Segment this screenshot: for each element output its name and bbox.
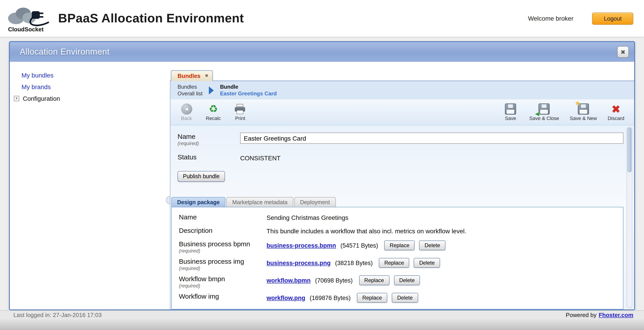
discard-button[interactable]: ✖ Discard [608, 103, 624, 121]
required-note: (required) [179, 265, 266, 271]
save-label: Save [505, 115, 516, 121]
sidebar: My bundles My brands + Configuration [10, 62, 170, 309]
app-title: BPaaS Allocation Environment [58, 11, 244, 26]
publish-bundle-button[interactable]: Publish bundle [178, 171, 225, 182]
breadcrumb-arrow-icon [209, 86, 214, 94]
breadcrumb-bundles[interactable]: Bundles Overall list [178, 84, 202, 97]
file-size: (70698 Bytes) [315, 277, 353, 284]
delete-button[interactable]: Delete [392, 293, 418, 303]
file-link[interactable]: business-process.bpmn [266, 242, 336, 249]
toolbar: ◄ Back ♻ Recalc Print [170, 99, 634, 125]
name-required-note: (required) [178, 141, 240, 146]
save-floppy-icon [505, 103, 516, 115]
file-link[interactable]: business-process.png [266, 259, 331, 266]
save-new-label: Save & New [570, 115, 597, 121]
row-label: Name [179, 213, 266, 221]
print-button[interactable]: Print [232, 103, 248, 121]
row-label: Business process bpmn [179, 240, 266, 248]
panel-titlebar: Allocation Environment ✖ [10, 42, 634, 62]
breadcrumb-current-subtitle: Easter Greetings Card [220, 90, 276, 97]
breadcrumb-current: Bundle Easter Greetings Card [220, 84, 276, 97]
sidebar-item-my-bundles[interactable]: My bundles [22, 72, 170, 79]
tab-marketplace-metadata[interactable]: Marketplace metadata [226, 197, 293, 207]
sidebar-collapse-handle[interactable] [166, 196, 170, 204]
back-button[interactable]: ◄ Back [178, 103, 194, 121]
replace-button[interactable]: Replace [384, 240, 415, 250]
app-footer: Last logged in: 27-Jan-2016 17:03 Powere… [0, 310, 644, 319]
design-row-name: Name Sending Christmas Greetings [179, 213, 616, 221]
save-new-button[interactable]: ★ Save & New [570, 103, 597, 121]
recalc-label: Recalc [206, 115, 221, 121]
sidebar-item-my-brands[interactable]: My brands [22, 83, 170, 90]
replace-button[interactable]: Replace [357, 293, 387, 303]
delete-button[interactable]: Delete [394, 275, 420, 285]
logout-button[interactable]: Logout [592, 12, 633, 24]
welcome-text: Welcome broker [528, 15, 573, 22]
print-icon [234, 103, 246, 115]
design-row-workflow-bpmn: Workflow bmpn (required) workflow.bpmn (… [179, 275, 616, 288]
application-window: CloudSocket BPaaS Allocation Environment… [0, 0, 644, 330]
back-icon: ◄ [181, 103, 192, 115]
design-row-business-process-bpmn: Business process bpmn (required) busines… [179, 240, 616, 253]
panel-close-button[interactable]: ✖ [617, 46, 629, 58]
scrollbar-thumb[interactable] [628, 128, 632, 173]
design-row-workflow-img: Workflow img workflow.png (169876 Bytes)… [179, 292, 616, 303]
recalc-button[interactable]: ♻ Recalc [205, 103, 222, 121]
bundle-form: Name (required) Status CONSISTEN [170, 125, 624, 182]
sidebar-item-configuration[interactable]: + Configuration [14, 95, 170, 102]
discard-label: Discard [608, 115, 624, 121]
name-row: Name (required) [178, 132, 624, 146]
row-value: This bundle includes a workflow that als… [266, 227, 466, 235]
vertical-scrollbar[interactable] [626, 127, 632, 308]
tab-bundles-label: Bundles [178, 73, 200, 79]
replace-button[interactable]: Replace [359, 275, 389, 285]
delete-button[interactable]: Delete [419, 240, 446, 250]
close-icon: ✖ [620, 49, 626, 55]
fhoster-link[interactable]: Fhoster.com [598, 312, 633, 318]
powered-by-text: Powered by [566, 312, 596, 318]
app-header: CloudSocket BPaaS Allocation Environment… [0, 0, 644, 37]
back-label: Back [181, 115, 192, 121]
design-row-description: Description This bundle includes a workf… [179, 227, 616, 235]
replace-button[interactable]: Replace [379, 258, 410, 268]
bottom-band [0, 319, 644, 330]
file-size: (38218 Bytes) [335, 259, 373, 266]
powered-by: Powered by Fhoster.com [566, 312, 633, 318]
bundle-name-input[interactable] [240, 132, 624, 144]
page-area: Allocation Environment ✖ My bundles My b… [0, 37, 644, 310]
save-close-label: Save & Close [529, 115, 559, 121]
discard-x-icon: ✖ [612, 103, 620, 115]
tab-close-icon[interactable]: ✖ [205, 74, 208, 78]
row-label: Workflow bmpn [179, 275, 266, 282]
status-value: CONSISTENT [240, 153, 280, 162]
required-note: (required) [179, 283, 266, 288]
content-lower: Bundles Overall list Bundle Easter Greet… [170, 81, 634, 309]
expand-plus-icon[interactable]: + [14, 96, 19, 101]
tab-design-package[interactable]: Design package [171, 197, 226, 207]
print-label: Print [235, 115, 245, 121]
save-close-button[interactable]: ◀ Save & Close [529, 103, 559, 121]
save-new-star-icon: ★ [575, 99, 580, 107]
save-button[interactable]: Save [502, 103, 518, 121]
last-login-text: Last logged in: 27-Jan-2016 17:03 [14, 312, 102, 318]
bundle-form-region: Name (required) Status CONSISTEN [170, 125, 634, 309]
status-row: Status CONSISTENT [178, 153, 624, 162]
tab-deployment[interactable]: Deployment [294, 197, 336, 207]
row-label: Description [179, 227, 266, 234]
row-value: Sending Christmas Greetings [266, 214, 348, 221]
tab-bundles[interactable]: Bundles ✖ [171, 70, 213, 81]
recalc-recycle-icon: ♻ [209, 103, 218, 115]
save-new-floppy-icon: ★ [578, 103, 589, 115]
design-row-business-process-img: Business process img (required) business… [179, 257, 616, 271]
workspace-tabstrip: Bundles ✖ [170, 62, 634, 81]
breadcrumb-bundles-subtitle: Overall list [178, 90, 202, 97]
file-link[interactable]: workflow.png [266, 294, 305, 301]
file-link[interactable]: workflow.bpmn [266, 277, 310, 284]
brand-name: CloudSocket [8, 26, 44, 33]
cloud-plug-logo-image [7, 4, 49, 27]
delete-button[interactable]: Delete [414, 258, 440, 268]
status-label: Status [178, 153, 240, 161]
design-package-panel: Name Sending Christmas Greetings Descrip… [171, 207, 624, 309]
row-label: Business process img [179, 257, 266, 265]
panel-title: Allocation Environment [20, 47, 110, 57]
